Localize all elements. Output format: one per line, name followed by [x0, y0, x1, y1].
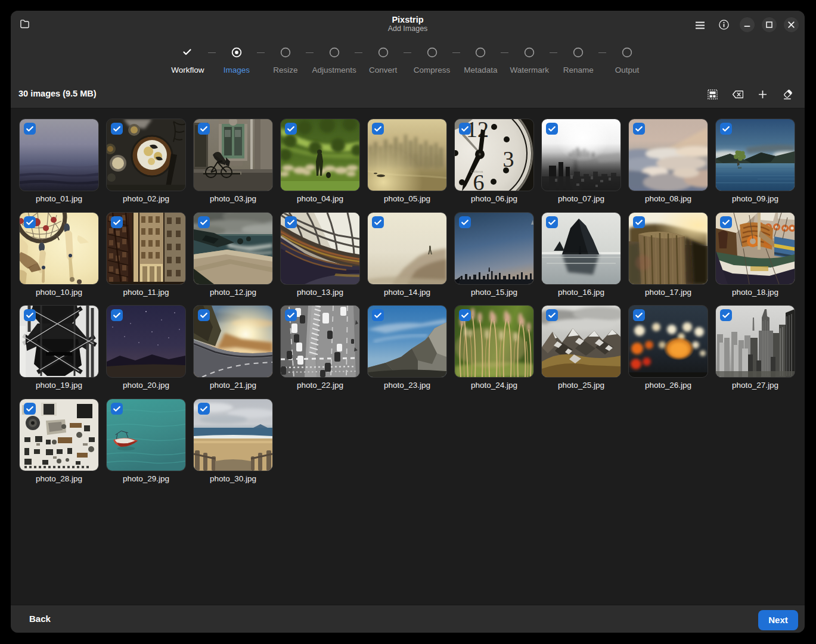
- svg-text:Celtron: Celtron: [471, 169, 483, 174]
- svg-text:3: 3: [503, 147, 514, 172]
